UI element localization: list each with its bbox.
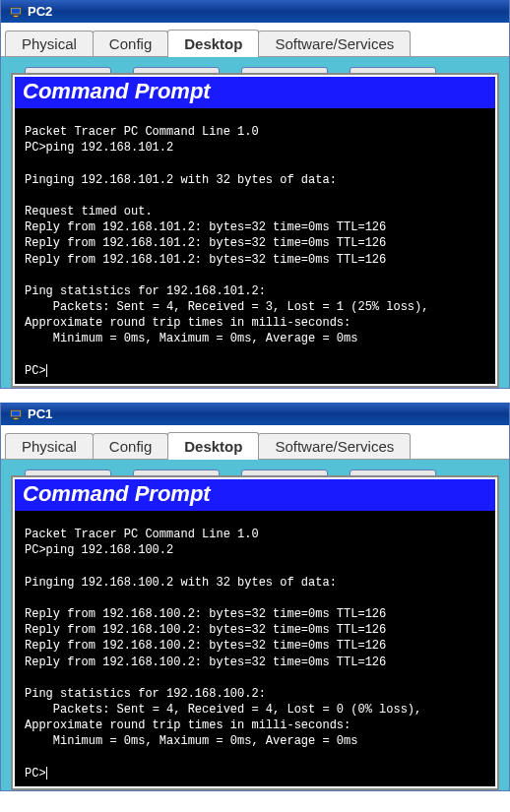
titlebar[interactable]: PC2 bbox=[1, 0, 509, 23]
svg-rect-5 bbox=[12, 410, 21, 415]
cursor-icon bbox=[46, 767, 47, 780]
desktop-shortcut[interactable] bbox=[133, 469, 220, 475]
tab-config[interactable]: Config bbox=[93, 433, 168, 459]
pc-icon bbox=[9, 407, 23, 421]
titlebar[interactable]: PC1 bbox=[1, 403, 509, 425]
tab-software-services[interactable]: Software/Services bbox=[258, 433, 411, 459]
app-window-pc1: PC1 Physical Config Desktop Software/Ser… bbox=[0, 403, 510, 791]
desktop-panel: Command Prompt Packet Tracer PC Command … bbox=[1, 460, 509, 790]
command-prompt-title: Command Prompt bbox=[15, 479, 495, 511]
svg-rect-1 bbox=[13, 15, 18, 17]
desktop-panel: Command Prompt Packet Tracer PC Command … bbox=[1, 57, 509, 388]
desktop-icon-row bbox=[5, 63, 505, 73]
desktop-shortcut[interactable] bbox=[25, 469, 111, 475]
command-prompt-window: Command Prompt Packet Tracer PC Command … bbox=[11, 475, 499, 790]
desktop-shortcut[interactable] bbox=[241, 67, 328, 73]
tab-desktop[interactable]: Desktop bbox=[167, 432, 259, 460]
svg-rect-2 bbox=[12, 8, 21, 13]
command-prompt-window: Command Prompt Packet Tracer PC Command … bbox=[11, 73, 499, 388]
desktop-shortcut[interactable] bbox=[350, 469, 436, 475]
terminal-output[interactable]: Packet Tracer PC Command Line 1.0 PC>pin… bbox=[15, 108, 495, 384]
tab-desktop[interactable]: Desktop bbox=[167, 30, 259, 57]
terminal-output[interactable]: Packet Tracer PC Command Line 1.0 PC>pin… bbox=[15, 511, 495, 786]
tab-config[interactable]: Config bbox=[93, 31, 168, 56]
app-window-pc2: PC2 Physical Config Desktop Software/Ser… bbox=[0, 0, 510, 389]
tabs-row: Physical Config Desktop Software/Service… bbox=[1, 425, 509, 460]
desktop-shortcut[interactable] bbox=[241, 469, 328, 475]
tabs-row: Physical Config Desktop Software/Service… bbox=[1, 23, 509, 57]
pc-icon bbox=[9, 5, 23, 19]
tab-software-services[interactable]: Software/Services bbox=[258, 31, 411, 56]
desktop-shortcut[interactable] bbox=[350, 67, 436, 73]
tab-physical[interactable]: Physical bbox=[5, 433, 94, 459]
desktop-icon-row bbox=[5, 466, 505, 475]
command-prompt-title: Command Prompt bbox=[15, 77, 495, 108]
cursor-icon bbox=[46, 364, 47, 377]
window-title: PC1 bbox=[28, 406, 52, 421]
svg-rect-4 bbox=[13, 417, 18, 419]
desktop-shortcut[interactable] bbox=[25, 67, 111, 73]
window-title: PC2 bbox=[28, 4, 52, 19]
desktop-shortcut[interactable] bbox=[133, 67, 220, 73]
tab-physical[interactable]: Physical bbox=[5, 31, 94, 56]
